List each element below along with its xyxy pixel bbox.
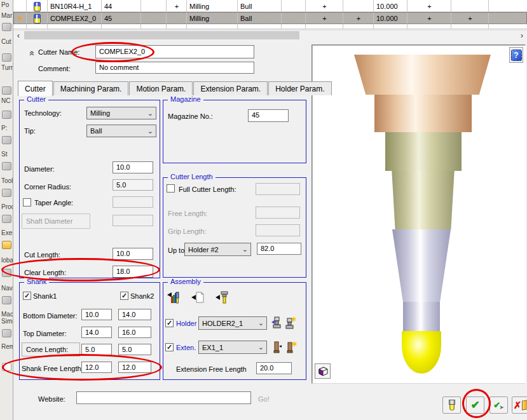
technology-select[interactable]: Milling⌄ bbox=[86, 107, 156, 119]
expand-cell[interactable]: + bbox=[306, 0, 343, 12]
cutter-length-group-title: Cutter Length bbox=[168, 173, 216, 180]
expand-cell[interactable] bbox=[343, 0, 374, 12]
comment-input[interactable]: No comment bbox=[95, 62, 254, 74]
expand-cell[interactable]: + bbox=[343, 12, 374, 24]
expand-cell[interactable]: + bbox=[451, 12, 489, 24]
expand-cell[interactable]: + bbox=[407, 0, 451, 12]
expand-cell[interactable] bbox=[451, 0, 489, 12]
tab-cutter[interactable]: Cutter bbox=[18, 81, 53, 96]
import-file-icon[interactable] bbox=[191, 290, 205, 304]
page-icon[interactable] bbox=[2, 363, 11, 371]
holder-select[interactable]: HOLDER2_1⌄ bbox=[198, 316, 267, 330]
tool-panel-icon[interactable] bbox=[2, 189, 11, 197]
cone-length2-input[interactable]: 5.0 bbox=[118, 344, 151, 355]
tab-machining-param[interactable]: Machining Param. bbox=[53, 81, 129, 95]
taper-angle-checkbox[interactable] bbox=[23, 198, 31, 207]
sidebar-item-p[interactable]: P: bbox=[1, 125, 13, 132]
horizontal-scrollbar[interactable]: ‹ › bbox=[13, 30, 527, 39]
nc-icon[interactable] bbox=[2, 111, 11, 119]
extension-free-length-input[interactable]: 20.0 bbox=[256, 362, 292, 374]
shank1-checkbox[interactable]: ✓ bbox=[23, 292, 31, 300]
import-tool-icon[interactable] bbox=[215, 290, 229, 304]
magazine-no-label: Magazine No.: bbox=[168, 112, 213, 120]
website-input[interactable] bbox=[76, 391, 251, 404]
new-holder-icon[interactable]: ✱ bbox=[285, 316, 296, 330]
chevron-down-icon: ⌄ bbox=[147, 127, 153, 135]
clear-length-input[interactable]: 18.0 bbox=[113, 266, 153, 278]
folder-icon[interactable] bbox=[2, 241, 11, 249]
expand-cell[interactable]: + bbox=[407, 12, 451, 24]
simulate-icon[interactable] bbox=[2, 329, 11, 337]
sidebar-item-turn-cut[interactable]: Turn Cut bbox=[1, 64, 13, 71]
magazine-no-input[interactable]: 45 bbox=[248, 109, 289, 122]
cone-length1-input[interactable]: 5.0 bbox=[81, 344, 112, 355]
st-icon[interactable] bbox=[2, 162, 11, 170]
table-row-selected[interactable]: ✳ COMPLEX2_0 45 Milling Ball + + 10.000 … bbox=[13, 12, 527, 24]
holder-checkbox[interactable]: ✓ bbox=[165, 319, 174, 327]
cut-length-input[interactable]: 10.0 bbox=[113, 248, 153, 260]
sidebar-item-cut[interactable]: Cut bbox=[1, 38, 13, 45]
full-cutter-length-checkbox[interactable] bbox=[167, 184, 175, 193]
extension-checkbox[interactable]: ✓ bbox=[165, 343, 174, 351]
bottom-diameter1-input[interactable]: 10.0 bbox=[81, 309, 112, 320]
tip-select[interactable]: Ball⌄ bbox=[86, 125, 156, 137]
bottom-diameter2-input[interactable]: 14.0 bbox=[118, 309, 151, 320]
sidebar-item-st[interactable]: St bbox=[1, 151, 13, 158]
turn-cut-icon[interactable] bbox=[2, 86, 11, 95]
apply-switch-button[interactable]: ✔ ➤ bbox=[489, 396, 508, 414]
scrollbar-thumb[interactable] bbox=[24, 31, 299, 39]
top-diameter2-input[interactable]: 16.0 bbox=[118, 327, 151, 338]
sidebar-item-tool[interactable]: Tool bbox=[1, 177, 13, 184]
scroll-left-icon[interactable]: ‹ bbox=[13, 30, 24, 40]
tool-table-button[interactable] bbox=[442, 396, 461, 414]
clear-length-label: Clear Length: bbox=[24, 269, 66, 276]
navi-icon[interactable] bbox=[2, 296, 11, 304]
sidebar-item-proc[interactable]: Proc bbox=[1, 203, 13, 210]
sidebar-item-nc-s[interactable]: NC S bbox=[1, 97, 13, 104]
ok-button[interactable]: ✔ bbox=[466, 396, 484, 414]
proc-icon[interactable] bbox=[2, 215, 11, 223]
tool-type-icon bbox=[27, 0, 48, 12]
cut-icon[interactable] bbox=[2, 53, 11, 62]
import-assembly-icon[interactable] bbox=[167, 290, 181, 304]
view-3d-button[interactable] bbox=[315, 363, 331, 379]
tool-3d-preview[interactable]: ? bbox=[311, 44, 526, 384]
scroll-right-icon[interactable]: › bbox=[517, 30, 527, 40]
go-link[interactable]: Go! bbox=[258, 395, 270, 403]
technology-cell: Milling bbox=[187, 0, 238, 12]
exit-button[interactable]: ✗ bbox=[512, 396, 527, 414]
shank-free-length1-input[interactable]: 12.0 bbox=[81, 362, 112, 373]
shank2-checkbox[interactable]: ✓ bbox=[120, 292, 128, 300]
collapse-panel-icon[interactable]: « bbox=[27, 51, 38, 55]
cell bbox=[489, 0, 527, 12]
sidebar-item-rema-st[interactable]: Rema St bbox=[1, 343, 13, 350]
p-icon[interactable] bbox=[2, 136, 11, 144]
help-button[interactable]: ? bbox=[509, 47, 523, 63]
sidebar-item-navi[interactable]: Navi bbox=[1, 285, 13, 292]
table-empty-strip bbox=[13, 24, 527, 29]
expand-cell[interactable]: + bbox=[167, 0, 187, 12]
sidebar-item-mach-simu[interactable]: Mach Simu bbox=[1, 311, 13, 325]
tab-holder-param[interactable]: Holder Param. bbox=[268, 81, 331, 95]
diameter-input[interactable]: 10.0 bbox=[113, 161, 153, 173]
holder-back-icon[interactable] bbox=[271, 316, 282, 330]
top-diameter1-input[interactable]: 14.0 bbox=[81, 327, 112, 338]
gear-icon[interactable] bbox=[2, 269, 11, 277]
cone-length-button[interactable]: Cone Length: bbox=[22, 342, 80, 356]
tip-cell: Ball bbox=[238, 12, 282, 24]
table-row[interactable]: BN10R4-H_1 44 + Milling Bull + 10.000 + bbox=[13, 0, 527, 12]
extension-back-icon[interactable] bbox=[271, 341, 282, 354]
sidebar-item-exe[interactable]: Exe bbox=[1, 229, 13, 236]
cutter-name-input[interactable]: COMPLEX2_0 bbox=[95, 45, 254, 58]
shank-free-length2-input[interactable]: 12.0 bbox=[118, 362, 151, 373]
extension-select[interactable]: EX1_1⌄ bbox=[198, 341, 267, 354]
new-extension-icon[interactable]: ✱ bbox=[286, 341, 297, 354]
sidebar-misc-icon[interactable] bbox=[2, 23, 11, 31]
up-to-select[interactable]: Holder #2⌄ bbox=[184, 243, 251, 256]
up-to-value-input[interactable]: 82.0 bbox=[257, 243, 301, 255]
expand-cell[interactable]: + bbox=[306, 12, 343, 24]
sidebar-item-loba[interactable]: loba bbox=[1, 257, 13, 264]
cell bbox=[282, 0, 306, 12]
tab-motion-param[interactable]: Motion Param. bbox=[129, 81, 193, 95]
tab-extension-param[interactable]: Extension Param. bbox=[193, 81, 268, 95]
